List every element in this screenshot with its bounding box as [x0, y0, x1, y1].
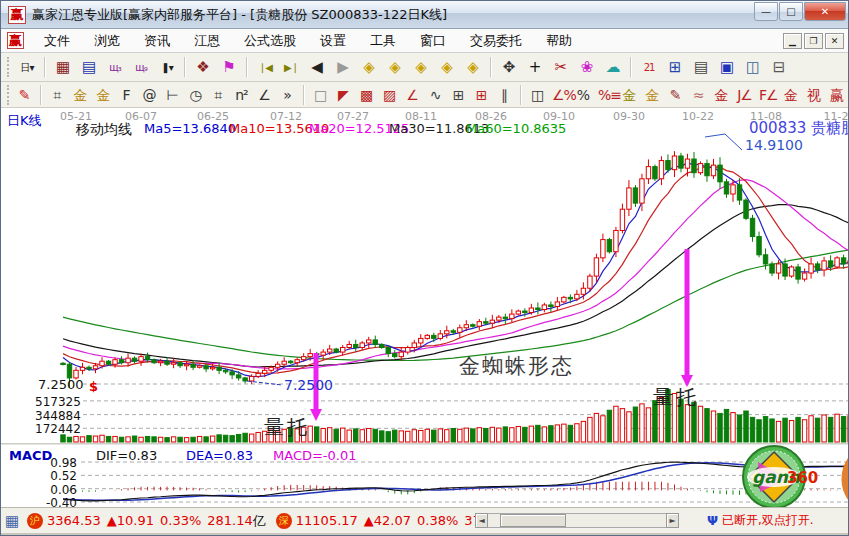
ma60-legend: Ma60=10.8635 [466, 121, 566, 136]
gold-angle-icon[interactable]: 金∠ [780, 85, 801, 105]
gold-lines-icon[interactable]: 金 [642, 85, 663, 105]
fibo-grid-icon[interactable]: F [116, 85, 137, 105]
pattern-flag-icon[interactable]: ⚑ [217, 56, 241, 78]
hatch-box-icon[interactable]: ▩ [356, 85, 377, 105]
gann-reset-icon[interactable]: ◈ [461, 56, 485, 78]
menu-资讯[interactable]: 资讯 [132, 29, 182, 52]
f-angle-icon[interactable]: F∠ [757, 85, 778, 105]
scroll-left-arrow[interactable]: ◄ [475, 513, 488, 528]
spiral-icon[interactable]: @ [139, 85, 160, 105]
horizontal-scrollbar[interactable]: ◄ ► [475, 513, 679, 528]
gann-expand-icon[interactable]: ◈ [409, 56, 433, 78]
cycle-clock-icon[interactable]: ◷ [185, 85, 206, 105]
parallel-lines-icon[interactable]: ∥ [494, 85, 515, 105]
scroll-right-arrow[interactable]: ► [666, 513, 679, 528]
gold-wave-icon[interactable]: 金 [711, 85, 732, 105]
mdi-close-button[interactable]: ✕ [825, 33, 844, 49]
n-square-icon[interactable]: n² [231, 85, 252, 105]
crosshair-icon[interactable]: + [523, 56, 547, 78]
sh-turnover: 281.14 [207, 513, 253, 528]
menu-设置[interactable]: 设置 [308, 29, 358, 52]
gann-wheel-icon[interactable]: ❖ [191, 56, 215, 78]
toolbar-separator [630, 57, 632, 77]
scrollbar-track[interactable] [488, 513, 666, 528]
quote-table-icon[interactable]: ▦ [4, 513, 20, 529]
grid-dense-icon[interactable]: ⌗ [208, 85, 229, 105]
chart-area[interactable]: gann360 日K线 05-2106-0706-2507-1207-2708-… [1, 108, 849, 507]
connection-status-text[interactable]: 已断开,双点打开. [722, 512, 814, 529]
toolbar-grip[interactable] [7, 85, 9, 105]
trend-angle-icon[interactable]: ∠ [402, 85, 423, 105]
more-tools-chevron[interactable]: » [277, 85, 298, 105]
menu-工具[interactable]: 工具 [358, 29, 408, 52]
pan-hand-icon[interactable]: ✥ [497, 56, 521, 78]
menu-浏览[interactable]: 浏览 [82, 29, 132, 52]
fan-tool-icon[interactable]: ◤ [333, 85, 354, 105]
gold-grid-icon[interactable]: 金 [70, 85, 91, 105]
prev-bar-icon[interactable]: ◀ [305, 56, 329, 78]
mdi-minimize-button[interactable]: ▁ [783, 33, 802, 49]
save-icon[interactable]: ▣ [715, 56, 739, 78]
tag-tool-icon[interactable]: ✂ [549, 56, 573, 78]
mdi-restore-button[interactable]: ❐ [804, 33, 823, 49]
close-button[interactable]: ✕ [804, 2, 846, 21]
gold-grid2-icon[interactable]: 金 [93, 85, 114, 105]
last-bar-icon[interactable]: ▶❘ [279, 56, 303, 78]
menu-bar: 赢 文件浏览资讯江恩公式选股设置工具窗口交易委托帮助 ▁ ❐ ✕ [1, 29, 849, 53]
gann-shift-right-icon[interactable]: ◈ [383, 56, 407, 78]
percent-angle-icon[interactable]: ∠% [550, 85, 571, 105]
grid-box-red-icon[interactable]: ⊞ [471, 85, 492, 105]
menu-交易委托[interactable]: 交易委托 [458, 29, 534, 52]
sh-index-value: 3364.53 [47, 513, 101, 528]
grid-lines-icon[interactable]: ⌗ [47, 85, 68, 105]
maximize-button[interactable]: □ [779, 2, 803, 21]
gann-shrink-icon[interactable]: ◈ [435, 56, 459, 78]
scale-ruler-icon[interactable]: ◫ [527, 85, 548, 105]
kline-period-dropdown[interactable]: 日▾ [15, 56, 39, 78]
flower-tool-icon[interactable]: ❀ [575, 56, 599, 78]
next-bar-icon[interactable]: ▶ [331, 56, 355, 78]
menu-帮助[interactable]: 帮助 [534, 29, 584, 52]
notes-icon[interactable]: ▤ [689, 56, 713, 78]
title-bar[interactable]: 赢 赢家江恩专业版[赢家内部服务平台] - [贵糖股份 SZ000833-122… [1, 1, 849, 29]
cloud-tool-icon[interactable]: ☁ [601, 56, 625, 78]
candle-style-dropdown[interactable]: ❚▾ [155, 56, 179, 78]
menu-公式选股[interactable]: 公式选股 [232, 29, 308, 52]
connection-antenna-icon[interactable]: Ψ [707, 513, 718, 528]
shi-angle-icon[interactable]: 视∠ [803, 85, 824, 105]
wave-tool-icon[interactable]: ≈ [688, 85, 709, 105]
percent-icon[interactable]: % [573, 85, 594, 105]
first-bar-icon[interactable]: ❘◀ [253, 56, 277, 78]
network-icon[interactable]: ◫ [741, 56, 765, 78]
print-icon[interactable]: ⊟ [767, 56, 791, 78]
percent-lines-icon[interactable]: %≡ [596, 85, 617, 105]
macd-dif-value: DIF=0.83 [96, 448, 157, 463]
gann-shift-left-icon[interactable]: ◈ [357, 56, 381, 78]
calculator-icon[interactable]: ⊞ [663, 56, 687, 78]
angle-ruler-icon[interactable]: ∠ [254, 85, 275, 105]
box-tool-icon[interactable]: □ [310, 85, 331, 105]
svg-text:360: 360 [787, 469, 818, 487]
scrollbar-thumb[interactable] [500, 514, 566, 527]
menu-窗口[interactable]: 窗口 [408, 29, 458, 52]
menu-文件[interactable]: 文件 [32, 29, 82, 52]
ruler-icon[interactable]: ⊢ [162, 85, 183, 105]
period-9-icon[interactable]: щ₉ [129, 56, 153, 78]
shanghai-market-icon: 沪 [27, 513, 43, 529]
j-angle-icon[interactable]: J∠ [734, 85, 755, 105]
gold-circle-icon[interactable]: 金 [619, 85, 640, 105]
overlay-window-icon[interactable]: ▦ [51, 56, 75, 78]
ying-angle-icon[interactable]: 赢∠ [826, 85, 847, 105]
grid-box-icon[interactable]: ⊞ [448, 85, 469, 105]
net-box-icon[interactable]: ▨ [379, 85, 400, 105]
ink-pen-icon[interactable]: ✎ [665, 85, 686, 105]
period-3-icon[interactable]: щ₃ [103, 56, 127, 78]
menu-江恩[interactable]: 江恩 [182, 29, 232, 52]
minimize-button[interactable]: — [754, 2, 778, 21]
calendar-icon[interactable]: 21 [637, 56, 661, 78]
pencil-tool-icon[interactable]: ✎ [14, 85, 35, 105]
toolbar-grip[interactable] [7, 57, 10, 77]
zigzag-icon[interactable]: ∿ [425, 85, 446, 105]
info-clipboard-icon[interactable]: ▤ [77, 56, 101, 78]
volume-axis-label: 344884 [35, 409, 80, 423]
